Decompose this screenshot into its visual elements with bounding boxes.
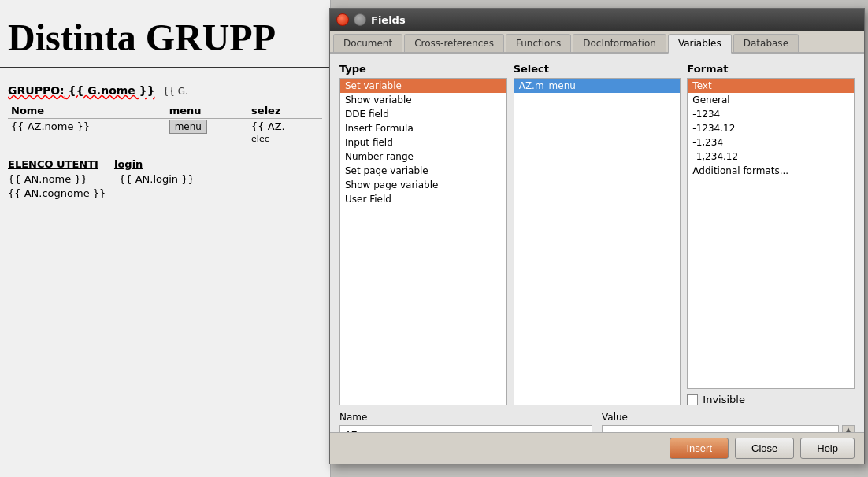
select-item-az-m-menu[interactable]: AZ.m_menu [514, 79, 681, 93]
gruppo-heading: GRUPPO: {{ G.nome }} [8, 84, 155, 97]
table-row: {{ AZ.nome }} menu {{ AZ.elec [8, 119, 322, 146]
type-item-insert-formula[interactable]: Insert Formula [340, 121, 506, 135]
type-item-dde-field[interactable]: DDE field [340, 107, 506, 121]
type-item-show-page-variable[interactable]: Show page variable [340, 178, 506, 192]
type-list[interactable]: Set variable Show variable DDE field Ins… [339, 78, 507, 405]
invisible-row: Invisible [687, 394, 855, 405]
dialog-title: Fields [371, 14, 406, 26]
document-body: GRUPPO: {{ G.nome }} {{ G. Nome menu sel… [0, 68, 330, 215]
tab-bar: Document Cross-references Functions DocI… [330, 31, 864, 54]
type-column: Type Set variable Show variable DDE fiel… [339, 63, 507, 405]
col-menu: menu [166, 103, 248, 119]
an-nome-row: {{ AN.nome }} {{ AN.login }} [8, 173, 322, 185]
close-button[interactable]: Close [735, 438, 794, 459]
type-header: Type [339, 63, 507, 75]
format-item-1234-12[interactable]: -1234.12 [688, 121, 854, 135]
fields-dialog: Fields Document Cross-references Functio… [329, 8, 865, 464]
select-column: Select AZ.m_menu [514, 63, 681, 405]
doc-section-gruppo: GRUPPO: {{ G.nome }} {{ G. Nome menu sel… [8, 84, 322, 146]
format-list[interactable]: Text General -1234 -1234.12 -1,234 -1,23… [687, 78, 855, 389]
tab-database[interactable]: Database [733, 34, 799, 52]
dialog-titlebar: Fields [330, 9, 864, 31]
format-item-comma-1234[interactable]: -1,234 [688, 135, 854, 150]
col-nome: Nome [8, 103, 166, 119]
type-item-user-field[interactable]: User Field [340, 192, 506, 206]
doc-section-elenco: ELENCO UTENTI login {{ AN.nome }} {{ AN.… [8, 158, 322, 199]
type-item-show-variable[interactable]: Show variable [340, 93, 506, 107]
document-background: Distinta GRUPP GRUPPO: {{ G.nome }} {{ G… [0, 0, 331, 477]
format-column: Format Text General -1234 -1234.12 -1,23… [687, 63, 855, 405]
elenco-heading: ELENCO UTENTI [8, 158, 98, 170]
type-item-number-range[interactable]: Number range [340, 150, 506, 164]
close-window-button[interactable] [336, 13, 349, 26]
select-header: Select [514, 63, 681, 75]
format-item-comma-1234-12[interactable]: -1,234.12 [688, 150, 854, 164]
type-item-input-field[interactable]: Input field [340, 135, 506, 150]
format-header: Format [687, 63, 855, 75]
insert-button[interactable]: Insert [670, 438, 729, 459]
document-title: Distinta GRUPP [0, 0, 330, 68]
minimize-window-button[interactable] [354, 13, 366, 26]
name-label: Name [339, 412, 592, 423]
col-selez: selez [248, 103, 322, 119]
tab-variables[interactable]: Variables [668, 34, 732, 54]
an-cognome-row: {{ AN.cognome }} [8, 187, 322, 199]
az-selez-cell: {{ AZ.elec [248, 119, 322, 146]
tab-functions[interactable]: Functions [506, 34, 571, 52]
gruppo-field-right: {{ G. [163, 86, 188, 97]
dialog-footer: Insert Close Help [330, 432, 864, 464]
value-label: Value [602, 412, 855, 423]
invisible-checkbox[interactable] [687, 394, 698, 405]
format-item-additional[interactable]: Additional formats... [688, 164, 854, 178]
invisible-label: Invisible [703, 394, 745, 405]
select-list[interactable]: AZ.m_menu [514, 78, 681, 405]
az-table: Nome menu selez {{ AZ.nome }} menu {{ AZ… [8, 103, 322, 146]
tab-cross-references[interactable]: Cross-references [404, 34, 504, 52]
login-heading: login [114, 158, 143, 170]
help-button[interactable]: Help [800, 438, 855, 459]
type-item-set-variable[interactable]: Set variable [340, 79, 506, 93]
format-item-text[interactable]: Text [688, 79, 854, 93]
az-nome-cell: {{ AZ.nome }} [8, 119, 166, 146]
type-item-set-page-variable[interactable]: Set page variable [340, 164, 506, 178]
format-item-1234[interactable]: -1234 [688, 107, 854, 121]
columns-row: Type Set variable Show variable DDE fiel… [339, 63, 855, 405]
az-menu-cell: menu [166, 119, 248, 146]
tab-document[interactable]: Document [333, 34, 402, 52]
dialog-content: Type Set variable Show variable DDE fiel… [330, 54, 864, 455]
tab-docinformation[interactable]: DocInformation [573, 34, 666, 52]
format-item-general[interactable]: General [688, 93, 854, 107]
